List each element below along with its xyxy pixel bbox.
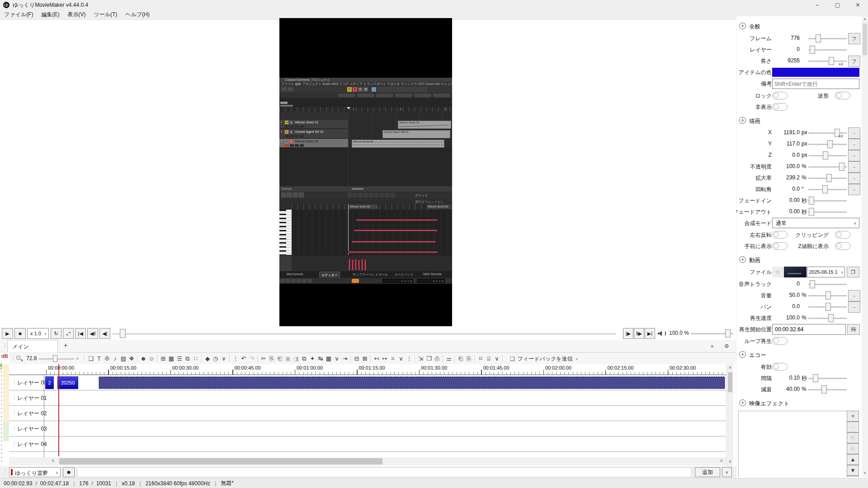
echo-decay-slider-track[interactable] xyxy=(808,389,847,390)
play-speed-value[interactable]: 100.0 xyxy=(765,314,800,321)
show-front-toggle[interactable] xyxy=(772,242,788,250)
frame-value[interactable]: 776 xyxy=(765,35,800,41)
voice-text-input[interactable] xyxy=(77,467,692,477)
import-icon[interactable]: ⇲ xyxy=(417,354,425,363)
delete-right-icon[interactable]: ⊠ xyxy=(361,354,369,363)
group-icon[interactable]: ⧉ xyxy=(184,354,192,363)
start-position-unit-button[interactable]: 時 xyxy=(847,324,860,335)
expression-icon[interactable]: ☺ xyxy=(147,354,156,363)
redo-icon[interactable]: ↷ xyxy=(248,354,256,363)
volume-slider-thumb[interactable] xyxy=(725,329,731,338)
character-edit-button[interactable]: ☻ xyxy=(63,467,75,477)
fade-in-value[interactable]: 0.00 xyxy=(765,197,800,203)
minimize-button[interactable]: – xyxy=(807,0,827,10)
volume-link-button[interactable]: - xyxy=(848,290,860,301)
grid-icon[interactable]: ∷ xyxy=(192,354,200,363)
z-link-button[interactable]: - xyxy=(848,150,860,161)
frame-paste-icon[interactable]: ◨ xyxy=(292,354,300,363)
fade-out-slider-thumb[interactable] xyxy=(809,208,814,216)
capture-dropdown-icon[interactable]: ∨ xyxy=(493,354,501,363)
next-frame-button[interactable]: |▶ xyxy=(623,328,633,339)
menu-item-2[interactable]: 表示(V) xyxy=(63,10,90,19)
scroll-right-icon[interactable]: > xyxy=(717,458,726,463)
voice-item-icon[interactable]: ❑ xyxy=(87,354,95,363)
volume-slider-thumb[interactable] xyxy=(826,291,831,300)
move-effect-up-button[interactable]: ▲ xyxy=(847,454,859,465)
duplicate-icon[interactable]: ⧉ xyxy=(300,354,308,363)
layer-header[interactable]: ⋮レイヤー 03 xyxy=(9,421,44,436)
panel-scroll-up-icon[interactable]: ∧ xyxy=(862,17,868,21)
layer-header[interactable]: ⋮レイヤー 05 xyxy=(9,452,44,457)
waveform-toggle[interactable] xyxy=(835,92,850,99)
remove-effect-button[interactable]: − xyxy=(847,422,859,432)
pan-value[interactable]: 0.0 xyxy=(765,303,800,310)
open-folder-icon[interactable]: ❒ xyxy=(425,354,433,363)
z-value[interactable]: 0.0 xyxy=(765,152,800,158)
panel-scrollbar[interactable]: ∧ ∨ xyxy=(862,16,868,477)
stop-button[interactable]: ■ xyxy=(14,328,26,339)
seek-slider-track[interactable] xyxy=(112,333,616,335)
effect-menu-button[interactable]: ⋮ xyxy=(847,476,859,477)
audio-track-slider-thumb[interactable] xyxy=(810,280,815,288)
z-order-display-toggle[interactable] xyxy=(835,242,850,250)
echo-decay-value[interactable]: 40.00 xyxy=(765,386,800,392)
tab-list-icon[interactable]: ≡ xyxy=(711,343,713,349)
effect-item-icon[interactable]: ▦ xyxy=(167,354,175,363)
align-icon[interactable]: ⇥ xyxy=(341,354,349,363)
layer-drag-handle[interactable]: ⋮ xyxy=(12,394,17,400)
start-position-input[interactable] xyxy=(772,324,846,335)
toolbar-drag-handle[interactable]: ⋮ xyxy=(11,355,16,361)
speed-select[interactable]: x 1.0∨ xyxy=(27,328,49,339)
x-link-button[interactable]: - xyxy=(848,127,860,139)
hidden-toggle[interactable] xyxy=(772,103,788,111)
keyframe-link-button[interactable]: ⤢ xyxy=(63,328,74,339)
history-icon[interactable]: ◷ xyxy=(212,354,220,363)
audio-item-icon[interactable]: ♪ xyxy=(111,354,119,363)
y-value[interactable]: 117.0 xyxy=(765,141,800,147)
snap-icon[interactable]: ↹ xyxy=(316,354,325,363)
clipping-toggle[interactable] xyxy=(835,231,850,239)
menu-item-1[interactable]: 編集(E) xyxy=(37,10,63,19)
playhead[interactable] xyxy=(58,364,59,456)
add-effect-button[interactable]: + xyxy=(847,411,859,422)
file-select[interactable]: 2025-08-15 1∨ xyxy=(807,267,845,277)
zoom-rate-slider-thumb[interactable] xyxy=(826,174,832,182)
layer-drag-handle[interactable]: ⋮ xyxy=(12,379,17,385)
jump-prev-icon[interactable]: ↤ xyxy=(373,354,381,363)
video-preview-canvas[interactable]: Cubase Elements プロジェクトファイル 編集 プロジェクト Aud… xyxy=(279,18,452,326)
save-project-icon[interactable]: ⎙ xyxy=(433,354,441,363)
bookmark-icon[interactable]: ◆ xyxy=(203,354,212,363)
menu-item-3[interactable]: ツール(T) xyxy=(90,10,121,19)
next-item-button[interactable]: ‖▶ xyxy=(634,328,644,339)
fade-out-value[interactable]: 0.00 xyxy=(765,208,800,215)
video-item-icon[interactable]: ✇ xyxy=(103,354,111,363)
scroll-down-icon[interactable]: ∨ xyxy=(726,459,734,464)
y-slider-thumb[interactable] xyxy=(827,140,833,148)
feedback-collapse-icon[interactable]: ∨ xyxy=(576,357,578,361)
blend-mode-select[interactable]: 通常∨ xyxy=(772,218,859,228)
paste-special-icon[interactable]: ▣ xyxy=(284,354,292,363)
length-slider-thumb[interactable] xyxy=(829,57,834,65)
open-file-folder-button[interactable]: ❒ xyxy=(847,267,859,277)
echo-interval-slider-thumb[interactable] xyxy=(813,374,818,382)
prev-frame-button[interactable]: ◀| xyxy=(99,328,110,339)
section-collapse-button[interactable]: ∧ xyxy=(739,399,746,406)
loop-playback-toggle[interactable] xyxy=(772,337,788,345)
panel-scroll-down-icon[interactable]: ∨ xyxy=(862,471,868,475)
rotation-value[interactable]: 0.0 xyxy=(765,186,800,192)
table-icon[interactable]: ▦ xyxy=(325,354,333,363)
shape-item-icon[interactable]: ❖ xyxy=(127,354,136,363)
add-voice-button[interactable]: 追加 xyxy=(695,467,720,477)
character-select[interactable]: ゆっくり霊夢 ∨ xyxy=(9,467,61,477)
volume-value[interactable]: 50.0 xyxy=(765,292,800,298)
section-collapse-button[interactable]: ∧ xyxy=(739,23,746,29)
save-effect-preset-button[interactable]: ⎗ xyxy=(847,432,859,443)
menu-item-4[interactable]: ヘルプ(H) xyxy=(121,10,154,19)
section-collapse-button[interactable]: ∧ xyxy=(739,117,746,124)
more-dots-icon[interactable]: ⋮ xyxy=(231,354,240,363)
paste-icon[interactable]: ⎗ xyxy=(276,354,284,363)
menu-item-0[interactable]: ファイル(F) xyxy=(0,10,37,19)
z-slider-thumb[interactable] xyxy=(823,151,828,160)
tab-main[interactable]: メイン xyxy=(7,340,58,352)
x-value[interactable]: 1191.0 xyxy=(765,129,800,136)
